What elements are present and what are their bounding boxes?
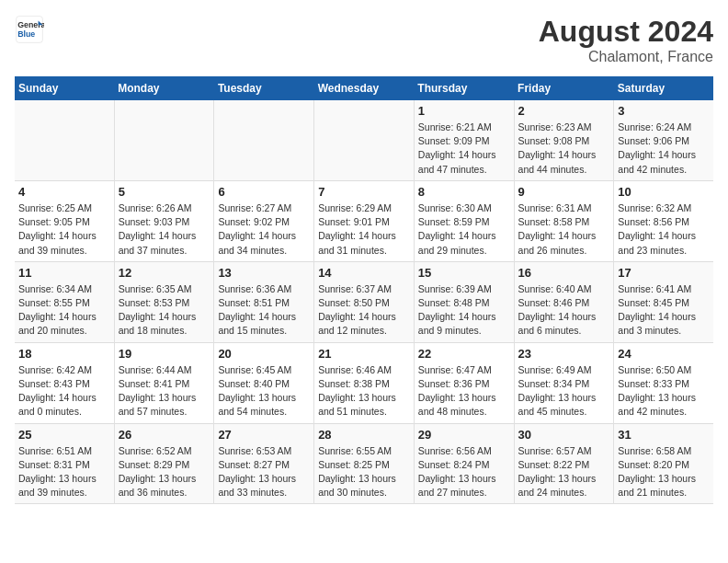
header-day-monday: Monday	[114, 76, 214, 100]
day-cell-15: 15Sunrise: 6:39 AM Sunset: 8:48 PM Dayli…	[414, 261, 514, 342]
day-detail-24: Sunrise: 6:50 AM Sunset: 8:33 PM Dayligh…	[618, 363, 710, 419]
day-detail-6: Sunrise: 6:27 AM Sunset: 9:02 PM Dayligh…	[218, 201, 310, 258]
day-cell-6: 6Sunrise: 6:27 AM Sunset: 9:02 PM Daylig…	[214, 180, 314, 261]
day-cell-30: 30Sunrise: 6:57 AM Sunset: 8:22 PM Dayli…	[514, 423, 614, 504]
day-detail-15: Sunrise: 6:39 AM Sunset: 8:48 PM Dayligh…	[418, 282, 510, 339]
week-row-5: 25Sunrise: 6:51 AM Sunset: 8:31 PM Dayli…	[15, 423, 713, 504]
day-number-18: 18	[18, 347, 110, 361]
day-cell-28: 28Sunrise: 6:55 AM Sunset: 8:25 PM Dayli…	[314, 423, 415, 504]
day-detail-5: Sunrise: 6:26 AM Sunset: 9:03 PM Dayligh…	[119, 201, 210, 258]
day-cell-14: 14Sunrise: 6:37 AM Sunset: 8:50 PM Dayli…	[314, 261, 415, 342]
week-row-2: 4Sunrise: 6:25 AM Sunset: 9:05 PM Daylig…	[15, 180, 713, 261]
day-cell-16: 16Sunrise: 6:40 AM Sunset: 8:46 PM Dayli…	[514, 261, 614, 342]
day-cell-31: 31Sunrise: 6:58 AM Sunset: 8:20 PM Dayli…	[614, 423, 713, 504]
day-detail-18: Sunrise: 6:42 AM Sunset: 8:43 PM Dayligh…	[18, 363, 110, 419]
day-detail-17: Sunrise: 6:41 AM Sunset: 8:45 PM Dayligh…	[618, 282, 710, 339]
day-number-24: 24	[618, 347, 710, 361]
day-number-8: 8	[418, 185, 510, 199]
day-number-30: 30	[518, 428, 610, 442]
day-detail-26: Sunrise: 6:52 AM Sunset: 8:29 PM Dayligh…	[119, 444, 210, 500]
day-detail-10: Sunrise: 6:32 AM Sunset: 8:56 PM Dayligh…	[618, 201, 710, 258]
day-cell-18: 18Sunrise: 6:42 AM Sunset: 8:43 PM Dayli…	[15, 342, 114, 423]
day-number-23: 23	[518, 347, 610, 361]
day-cell-27: 27Sunrise: 6:53 AM Sunset: 8:27 PM Dayli…	[214, 423, 314, 504]
day-number-17: 17	[618, 266, 710, 280]
header-day-thursday: Thursday	[414, 76, 514, 100]
day-number-1: 1	[418, 104, 510, 118]
title-area: August 2024 Chalamont, France	[539, 15, 713, 65]
logo: General Blue	[15, 15, 44, 44]
day-cell-7: 7Sunrise: 6:29 AM Sunset: 9:01 PM Daylig…	[314, 180, 415, 261]
week-row-3: 11Sunrise: 6:34 AM Sunset: 8:55 PM Dayli…	[15, 261, 713, 342]
day-number-4: 4	[18, 185, 110, 199]
day-number-9: 9	[518, 185, 610, 199]
header-day-wednesday: Wednesday	[314, 76, 415, 100]
day-detail-25: Sunrise: 6:51 AM Sunset: 8:31 PM Dayligh…	[18, 444, 110, 500]
day-detail-9: Sunrise: 6:31 AM Sunset: 8:58 PM Dayligh…	[518, 201, 610, 258]
week-row-4: 18Sunrise: 6:42 AM Sunset: 8:43 PM Dayli…	[15, 342, 713, 423]
month-year: August 2024	[539, 15, 713, 49]
day-detail-11: Sunrise: 6:34 AM Sunset: 8:55 PM Dayligh…	[18, 282, 110, 339]
day-detail-27: Sunrise: 6:53 AM Sunset: 8:27 PM Dayligh…	[218, 444, 310, 500]
header: General Blue August 2024 Chalamont, Fran…	[15, 15, 713, 65]
day-detail-23: Sunrise: 6:49 AM Sunset: 8:34 PM Dayligh…	[518, 363, 610, 419]
day-detail-31: Sunrise: 6:58 AM Sunset: 8:20 PM Dayligh…	[618, 444, 710, 500]
day-detail-28: Sunrise: 6:55 AM Sunset: 8:25 PM Dayligh…	[318, 444, 410, 500]
day-cell-5: 5Sunrise: 6:26 AM Sunset: 9:03 PM Daylig…	[114, 180, 214, 261]
empty-cell	[314, 100, 415, 180]
day-number-2: 2	[518, 104, 610, 118]
location: Chalamont, France	[539, 49, 713, 65]
day-number-28: 28	[318, 428, 410, 442]
day-cell-13: 13Sunrise: 6:36 AM Sunset: 8:51 PM Dayli…	[214, 261, 314, 342]
day-cell-25: 25Sunrise: 6:51 AM Sunset: 8:31 PM Dayli…	[15, 423, 114, 504]
week-row-1: 1Sunrise: 6:21 AM Sunset: 9:09 PM Daylig…	[15, 100, 713, 180]
day-detail-19: Sunrise: 6:44 AM Sunset: 8:41 PM Dayligh…	[119, 363, 210, 419]
day-number-6: 6	[218, 185, 310, 199]
day-number-13: 13	[218, 266, 310, 280]
day-number-5: 5	[119, 185, 210, 199]
day-number-20: 20	[218, 347, 310, 361]
day-cell-9: 9Sunrise: 6:31 AM Sunset: 8:58 PM Daylig…	[514, 180, 614, 261]
empty-cell	[214, 100, 314, 180]
day-detail-2: Sunrise: 6:23 AM Sunset: 9:08 PM Dayligh…	[518, 121, 610, 177]
calendar-table: SundayMondayTuesdayWednesdayThursdayFrid…	[15, 76, 713, 504]
header-day-friday: Friday	[514, 76, 614, 100]
day-number-29: 29	[418, 428, 510, 442]
day-detail-16: Sunrise: 6:40 AM Sunset: 8:46 PM Dayligh…	[518, 282, 610, 339]
day-number-31: 31	[618, 428, 710, 442]
day-detail-13: Sunrise: 6:36 AM Sunset: 8:51 PM Dayligh…	[218, 282, 310, 339]
day-number-15: 15	[418, 266, 510, 280]
day-cell-19: 19Sunrise: 6:44 AM Sunset: 8:41 PM Dayli…	[114, 342, 214, 423]
day-number-7: 7	[318, 185, 410, 199]
day-number-21: 21	[318, 347, 410, 361]
day-cell-4: 4Sunrise: 6:25 AM Sunset: 9:05 PM Daylig…	[15, 180, 114, 261]
day-number-22: 22	[418, 347, 510, 361]
empty-cell	[15, 100, 114, 180]
day-cell-1: 1Sunrise: 6:21 AM Sunset: 9:09 PM Daylig…	[414, 100, 514, 180]
day-number-10: 10	[618, 185, 710, 199]
day-cell-23: 23Sunrise: 6:49 AM Sunset: 8:34 PM Dayli…	[514, 342, 614, 423]
day-detail-1: Sunrise: 6:21 AM Sunset: 9:09 PM Dayligh…	[418, 121, 510, 177]
day-detail-4: Sunrise: 6:25 AM Sunset: 9:05 PM Dayligh…	[18, 201, 110, 258]
day-cell-2: 2Sunrise: 6:23 AM Sunset: 9:08 PM Daylig…	[514, 100, 614, 180]
day-detail-22: Sunrise: 6:47 AM Sunset: 8:36 PM Dayligh…	[418, 363, 510, 419]
day-cell-11: 11Sunrise: 6:34 AM Sunset: 8:55 PM Dayli…	[15, 261, 114, 342]
day-detail-29: Sunrise: 6:56 AM Sunset: 8:24 PM Dayligh…	[418, 444, 510, 500]
empty-cell	[114, 100, 214, 180]
day-number-26: 26	[119, 428, 210, 442]
day-cell-12: 12Sunrise: 6:35 AM Sunset: 8:53 PM Dayli…	[114, 261, 214, 342]
day-detail-8: Sunrise: 6:30 AM Sunset: 8:59 PM Dayligh…	[418, 201, 510, 258]
day-cell-20: 20Sunrise: 6:45 AM Sunset: 8:40 PM Dayli…	[214, 342, 314, 423]
day-number-11: 11	[18, 266, 110, 280]
day-cell-21: 21Sunrise: 6:46 AM Sunset: 8:38 PM Dayli…	[314, 342, 415, 423]
day-detail-12: Sunrise: 6:35 AM Sunset: 8:53 PM Dayligh…	[119, 282, 210, 339]
day-number-27: 27	[218, 428, 310, 442]
day-cell-8: 8Sunrise: 6:30 AM Sunset: 8:59 PM Daylig…	[414, 180, 514, 261]
day-detail-21: Sunrise: 6:46 AM Sunset: 8:38 PM Dayligh…	[318, 363, 410, 419]
day-number-25: 25	[18, 428, 110, 442]
header-day-sunday: Sunday	[15, 76, 114, 100]
day-cell-10: 10Sunrise: 6:32 AM Sunset: 8:56 PM Dayli…	[614, 180, 713, 261]
logo-icon: General Blue	[15, 15, 44, 44]
day-number-14: 14	[318, 266, 410, 280]
day-cell-29: 29Sunrise: 6:56 AM Sunset: 8:24 PM Dayli…	[414, 423, 514, 504]
